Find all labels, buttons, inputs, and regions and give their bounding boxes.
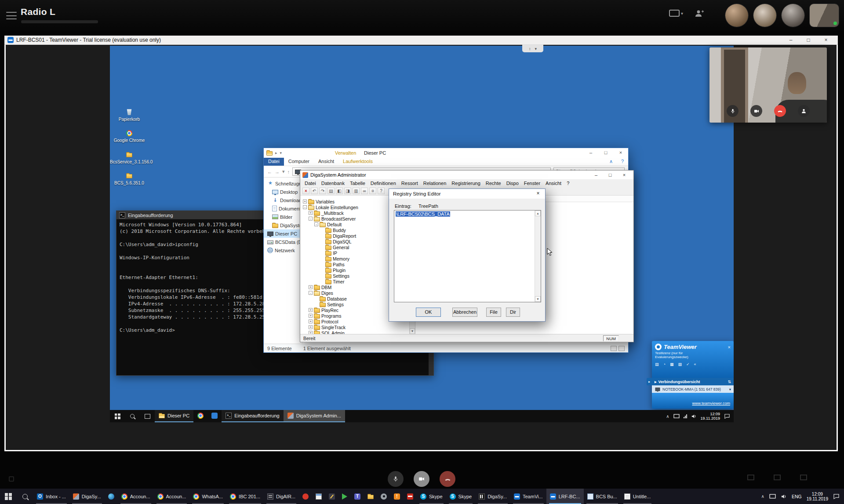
- textarea-scrollbar[interactable]: ▲ ▼: [535, 210, 541, 302]
- fullscreen-icon[interactable]: [800, 475, 807, 480]
- taskbar-app-button[interactable]: Accoun...: [118, 489, 154, 504]
- value-textarea[interactable]: \LRF-BCS02\BCS_DATA ▲ ▼: [394, 210, 541, 302]
- qat-button[interactable]: ▾: [280, 151, 282, 155]
- sidebar-item[interactable]: Downloads: [264, 196, 302, 204]
- taskbar-app-button[interactable]: Eingabeaufforderung: [222, 410, 284, 422]
- desktop-icon[interactable]: Papierkorb: [110, 108, 149, 122]
- mic-button[interactable]: [388, 471, 404, 487]
- toolbar-button[interactable]: ▥: [353, 188, 360, 194]
- hidden-icons-chevron[interactable]: ∧: [761, 494, 764, 499]
- participant-avatar[interactable]: [725, 4, 748, 27]
- diga-titlebar[interactable]: DigaSystem Administrator – □ ×: [300, 170, 633, 179]
- present-screen-icon[interactable]: ▾: [669, 10, 683, 17]
- tree-expander[interactable]: -: [309, 291, 313, 295]
- ribbon-context-tab[interactable]: Laufwerktools: [338, 158, 377, 166]
- chevron-down-icon[interactable]: ▾: [282, 169, 285, 174]
- tree-expander[interactable]: [320, 245, 324, 249]
- tree-expander[interactable]: [320, 274, 324, 278]
- taskbar-app-button[interactable]: Dieser PC: [155, 410, 193, 422]
- maximize-button[interactable]: □: [800, 36, 817, 44]
- panel-action-icon[interactable]: ◔: [663, 362, 666, 366]
- close-icon[interactable]: ×: [728, 344, 731, 350]
- tree-expander[interactable]: [320, 279, 324, 283]
- minimize-button[interactable]: –: [589, 172, 603, 178]
- share-button[interactable]: [798, 105, 810, 117]
- toolbar-button[interactable]: ×: [302, 188, 309, 194]
- camera-button[interactable]: [750, 105, 762, 117]
- panel-action-icon[interactable]: ▧: [678, 362, 682, 366]
- menu-item[interactable]: Dispo: [504, 181, 521, 186]
- tree-expander[interactable]: +: [309, 325, 313, 329]
- maximize-button[interactable]: □: [603, 172, 617, 178]
- add-person-icon[interactable]: [695, 10, 704, 17]
- tree-expander[interactable]: [320, 268, 324, 272]
- tree-item[interactable]: + SQL Admin: [302, 330, 415, 334]
- language-indicator[interactable]: ENG: [792, 494, 802, 499]
- tree-expander[interactable]: [320, 239, 324, 243]
- taskbar-app-button[interactable]: TeamVi...: [510, 489, 546, 504]
- maximize-button[interactable]: □: [598, 148, 613, 158]
- taskbar-app-button[interactable]: [377, 489, 390, 504]
- sidebar-item[interactable]: Dokumente: [264, 204, 302, 213]
- collapse-notch-icon[interactable]: ▸: [647, 378, 652, 385]
- start-button[interactable]: [110, 410, 125, 422]
- up-icon[interactable]: ↑: [287, 169, 290, 174]
- taskbar-app-button[interactable]: [299, 489, 312, 504]
- hangup-button[interactable]: [440, 471, 455, 487]
- ribbon-tab[interactable]: Ansicht: [314, 158, 338, 166]
- explorer-titlebar[interactable]: ▸ ▾ Verwalten Dieser PC – □ ×: [264, 148, 628, 158]
- session-toolbar-tab[interactable]: ↕ ▾: [522, 45, 543, 52]
- camera-button[interactable]: [414, 471, 429, 487]
- taskbar-app-button[interactable]: Skype: [417, 489, 446, 504]
- hidden-icons-chevron[interactable]: ∧: [666, 414, 669, 419]
- menu-item[interactable]: Datei: [302, 181, 319, 186]
- back-icon[interactable]: ←: [267, 169, 272, 174]
- tree-expander[interactable]: [320, 228, 324, 232]
- thumb-view-icon[interactable]: [618, 346, 625, 351]
- dialog-button[interactable]: File: [486, 308, 501, 317]
- taskbar-app-button[interactable]: [105, 489, 118, 504]
- network-icon[interactable]: [684, 414, 687, 418]
- volume-icon[interactable]: [691, 414, 697, 419]
- tree-expander[interactable]: -: [303, 205, 307, 209]
- tree-expander[interactable]: +: [309, 314, 313, 318]
- toolbar-button[interactable]: ▤: [327, 188, 335, 194]
- help-icon[interactable]: ?: [617, 158, 628, 166]
- participant-video-thumb[interactable]: [810, 4, 839, 27]
- tree-expander[interactable]: [320, 234, 324, 238]
- qat-button[interactable]: ▸: [275, 151, 277, 155]
- participant-avatar[interactable]: [782, 4, 804, 27]
- forward-icon[interactable]: →: [275, 169, 280, 174]
- tree-expander[interactable]: [314, 302, 318, 306]
- search-icon[interactable]: [125, 410, 140, 422]
- close-button[interactable]: ×: [613, 148, 628, 158]
- menu-item[interactable]: Registrierung: [449, 181, 483, 186]
- display-icon[interactable]: [673, 414, 680, 419]
- tree-expander[interactable]: -: [314, 222, 318, 226]
- grid-view-icon[interactable]: [747, 475, 754, 480]
- teamviewer-titlebar[interactable]: LRF-BCS01 - TeamViewer - Trial license (…: [4, 36, 838, 45]
- menu-item[interactable]: Definitionen: [368, 181, 399, 186]
- sidebar-item[interactable]: DigaSystem: [264, 221, 302, 229]
- self-video-feed[interactable]: [709, 47, 827, 123]
- participant-avatar[interactable]: [753, 4, 776, 27]
- toolbar-button[interactable]: ↷: [319, 188, 326, 194]
- tree-expander[interactable]: [320, 262, 324, 266]
- sidebar-item[interactable]: BCSData (D:): [264, 238, 302, 246]
- sidebar-item[interactable]: Schnellzugriff: [264, 179, 302, 188]
- panel-action-icon[interactable]: ▤: [655, 362, 659, 366]
- ribbon-tab[interactable]: Computer: [284, 158, 314, 166]
- taskbar-app-button[interactable]: [404, 489, 417, 504]
- volume-icon[interactable]: [781, 494, 787, 499]
- dialog-button[interactable]: OK: [416, 308, 441, 317]
- taskbar-app-button[interactable]: Skype: [446, 489, 476, 504]
- taskbar-app-button[interactable]: [338, 489, 351, 504]
- notification-icon[interactable]: [833, 493, 840, 499]
- taskbar-app-button[interactable]: [390, 489, 404, 504]
- desktop-icon[interactable]: BcsService_3.1.156.0: [110, 151, 149, 164]
- taskbar-app-button[interactable]: LRF-BC...: [546, 489, 584, 504]
- list-view-icon[interactable]: [611, 346, 617, 351]
- menu-item[interactable]: Tabelle: [347, 181, 368, 186]
- close-icon[interactable]: ×: [531, 189, 545, 199]
- taskbar-app-button[interactable]: [325, 489, 338, 504]
